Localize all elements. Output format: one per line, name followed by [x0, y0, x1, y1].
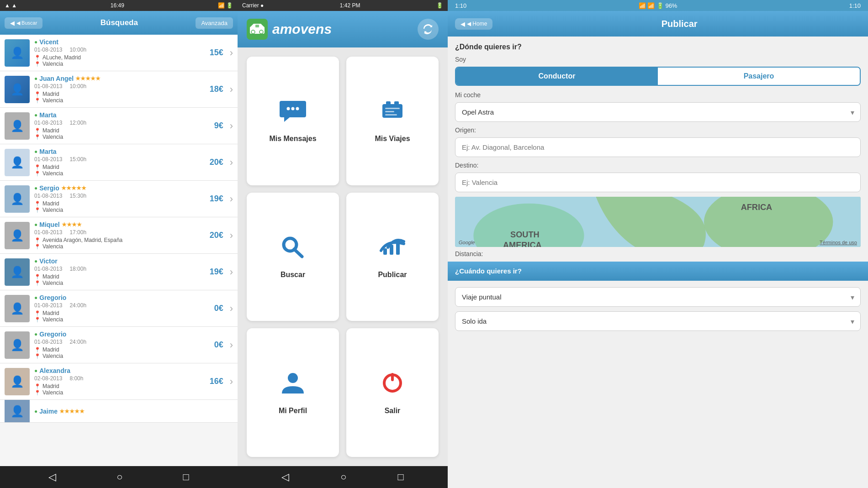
- status-time: 16:49: [111, 2, 124, 9]
- destino-input[interactable]: [455, 173, 861, 192]
- destino-label: Destino:: [455, 162, 861, 169]
- svg-rect-15: [383, 248, 387, 255]
- advanced-button[interactable]: Avanzada: [196, 17, 233, 29]
- arrow-icon: ›: [230, 376, 233, 388]
- conductor-button[interactable]: Conductor: [456, 68, 658, 85]
- back-icon: ◀: [10, 20, 15, 26]
- item-name: ● Miquel ★★★★: [34, 221, 201, 228]
- list-item[interactable]: 👤 ● Victor 01-08-2013 18:00h 📍Madrid 📍Va…: [0, 254, 238, 290]
- recent-nav-icon[interactable]: □: [183, 471, 189, 483]
- item-info: ● Alexandra 02-08-2013 8:00h 📍Madrid 📍Va…: [34, 367, 201, 396]
- item-route: 📍ALuche, Madrid 📍Valencia: [34, 54, 201, 67]
- buscar-label: Buscar: [281, 271, 305, 279]
- ios-time-left: 1:10: [455, 2, 466, 9]
- menu-recent-nav[interactable]: □: [398, 471, 404, 483]
- pasajero-button[interactable]: Pasajero: [658, 68, 860, 85]
- panel-search: ▲ ▲ 16:49 📶 🔋 ◀ ◀ Buscar Búsqueda Avanza…: [0, 0, 238, 488]
- menu-back-nav[interactable]: ◁: [281, 471, 289, 483]
- menu-card-viajes[interactable]: Mis Viajes: [346, 57, 439, 185]
- ida-select-wrapper: Solo ida ▾: [455, 311, 861, 331]
- item-price: 0€: [205, 304, 223, 313]
- item-name: ● Marta: [34, 111, 201, 119]
- item-date-time: 01-08-2013 15:30h: [34, 193, 201, 199]
- avatar: 👤: [5, 222, 30, 249]
- menu-status-bar: Carrier ● 1:42 PM 🔋: [238, 0, 448, 11]
- item-date-time: 01-08-2013 10:00h: [34, 47, 201, 53]
- search-list: 👤 ● Vicent 01-08-2013 10:00h 📍ALuche, Ma…: [0, 35, 238, 466]
- item-info: ● Marta 01-08-2013 12:00h 📍Madrid 📍Valen…: [34, 111, 201, 140]
- back-nav-icon[interactable]: ◁: [48, 471, 56, 483]
- origen-input[interactable]: [455, 137, 861, 157]
- back-button[interactable]: ◀ ◀ Buscar: [5, 17, 42, 29]
- item-time: 8:00h: [69, 375, 83, 382]
- list-item[interactable]: 👤 ● Miquel ★★★★ 01-08-2013 17:00h 📍Aveni…: [0, 217, 238, 254]
- item-route: 📍Madrid 📍Valencia: [34, 91, 201, 104]
- name-text: Juan Angel: [39, 75, 74, 82]
- menu-header: amovens: [238, 11, 448, 47]
- item-time: 17:00h: [69, 229, 86, 236]
- viaje-select[interactable]: Viaje puntual: [455, 287, 861, 307]
- soy-label: Soy: [455, 56, 861, 63]
- item-price: 16€: [205, 377, 223, 386]
- publish-form: ¿Dónde quieres ir? Soy Conductor Pasajer…: [448, 37, 868, 488]
- panel-menu: Carrier ● 1:42 PM 🔋 amovens: [238, 0, 448, 488]
- mensajes-label: Mis Mensajes: [269, 135, 316, 143]
- list-item[interactable]: 👤 ● Marta 01-08-2013 12:00h 📍Madrid 📍Val…: [0, 108, 238, 144]
- svg-point-4: [287, 107, 290, 110]
- stars: ★★★★: [62, 221, 82, 228]
- item-name: ● Gregorio: [34, 294, 201, 301]
- refresh-button[interactable]: [418, 19, 439, 40]
- menu-card-buscar[interactable]: Buscar: [247, 193, 339, 321]
- home-nav-icon[interactable]: ○: [116, 471, 122, 483]
- list-item[interactable]: 👤 ● Gregorio 01-08-2013 24:00h 📍Madrid 📍…: [0, 327, 238, 363]
- mensajes-icon: [279, 99, 307, 129]
- ida-select[interactable]: Solo ida: [455, 311, 861, 331]
- list-item[interactable]: 👤 ● Vicent 01-08-2013 10:00h 📍ALuche, Ma…: [0, 35, 238, 71]
- menu-card-mensajes[interactable]: Mis Mensajes: [247, 57, 339, 185]
- svg-text:AMERICA: AMERICA: [503, 241, 542, 247]
- publicar-icon: [379, 235, 406, 265]
- item-name: ● Victor: [34, 257, 201, 265]
- viaje-select-wrapper: Viaje puntual ▾: [455, 287, 861, 307]
- home-back-button[interactable]: ◀ ◀ Home: [455, 18, 492, 30]
- list-item[interactable]: 👤 ● Marta 01-08-2013 15:00h 📍Madrid 📍Val…: [0, 144, 238, 181]
- item-info: ● Jaime ★★★★★: [34, 408, 233, 415]
- name-text: Miquel: [39, 221, 59, 228]
- svg-rect-9: [394, 101, 399, 105]
- arrow-icon: ›: [230, 303, 233, 315]
- item-date-time: 01-08-2013 17:00h: [34, 229, 201, 236]
- item-date: 01-08-2013: [34, 193, 62, 199]
- android-nav-bar: ◁ ○ □: [0, 466, 238, 488]
- verified-icon: ●: [34, 185, 37, 191]
- stars: ★★★★★: [61, 185, 86, 191]
- item-date-time: 01-08-2013 12:00h: [34, 120, 201, 126]
- svg-rect-20: [391, 373, 394, 381]
- list-item[interactable]: 👤 ● Sergio ★★★★★ 01-08-2013 15:30h 📍Madr…: [0, 181, 238, 217]
- publish-title: Publicar: [498, 19, 861, 29]
- arrow-icon: ›: [230, 266, 233, 278]
- item-info: ● Miquel ★★★★ 01-08-2013 17:00h 📍Avenida…: [34, 221, 201, 250]
- item-info: ● Juan Angel ★★★★★ 01-08-2013 10:00h 📍Ma…: [34, 75, 201, 104]
- list-item[interactable]: 👤 ● Juan Angel ★★★★★ 01-08-2013 10:00h 📍…: [0, 71, 238, 108]
- list-item[interactable]: 👤 ● Jaime ★★★★★: [0, 400, 238, 423]
- logo-area: amovens: [247, 19, 332, 40]
- item-route: 📍Madrid 📍Valencia: [34, 127, 201, 140]
- menu-card-perfil[interactable]: Mi Perfil: [247, 328, 339, 457]
- list-item[interactable]: 👤 ● Alexandra 02-08-2013 8:00h 📍Madrid 📍…: [0, 363, 238, 400]
- verified-icon: ●: [34, 75, 37, 82]
- name-text: Marta: [39, 148, 56, 155]
- item-date-time: 01-08-2013 24:00h: [34, 339, 201, 345]
- mi-coche-label: Mi coche: [455, 91, 861, 99]
- menu-home-nav[interactable]: ○: [340, 471, 346, 483]
- item-name: ● Vicent: [34, 38, 201, 46]
- menu-card-salir[interactable]: Salir: [346, 328, 439, 457]
- item-price: 0€: [205, 340, 223, 350]
- menu-card-publicar[interactable]: Publicar: [346, 193, 439, 321]
- terms-link[interactable]: Términos de uso: [820, 240, 857, 245]
- panel-publish: 1:10 📶 📶 🔋 96% 1:10 ◀ ◀ Home Publicar ¿D…: [448, 0, 868, 488]
- verified-icon: ●: [34, 258, 37, 264]
- name-text: Alexandra: [39, 367, 70, 374]
- car-select[interactable]: Opel Astra: [455, 102, 861, 122]
- stars: ★★★★★: [75, 75, 101, 82]
- list-item[interactable]: 👤 ● Gregorio 01-08-2013 24:00h 📍Madrid 📍…: [0, 290, 238, 327]
